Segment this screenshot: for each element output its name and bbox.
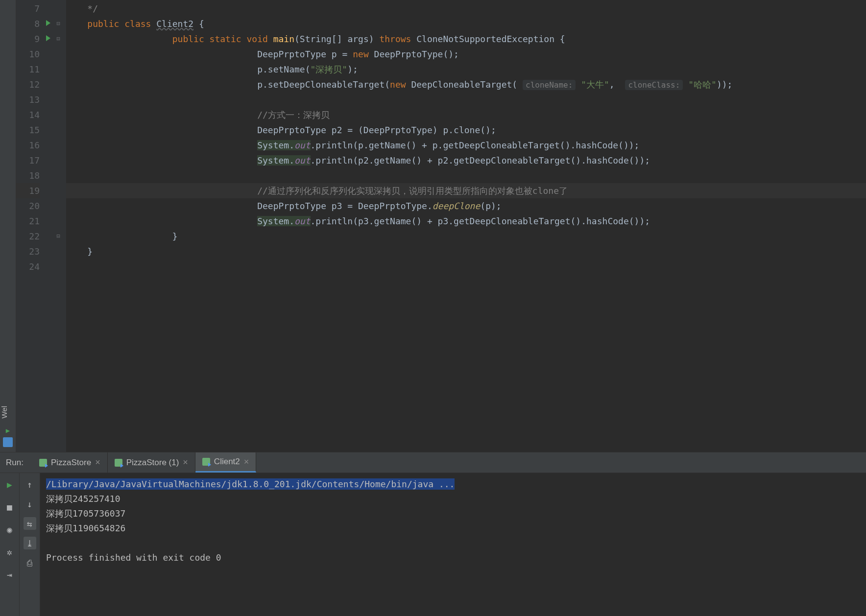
fold-marker[interactable] <box>50 77 66 92</box>
line-number[interactable]: 15 <box>16 122 40 138</box>
run-tab[interactable]: PizzaStore× <box>32 452 108 473</box>
run-label: Run: <box>0 458 32 468</box>
console-line: 深拷贝1190654826 <box>46 521 860 536</box>
soft-wrap-icon[interactable]: ⇆ <box>24 517 36 530</box>
console-output[interactable]: /Library/Java/JavaVirtualMachines/jdk1.8… <box>40 473 866 616</box>
fold-marker[interactable] <box>50 107 66 122</box>
line-number[interactable]: 14 <box>16 107 40 122</box>
code-line[interactable]: System.out.println(p.getName() + p.getDe… <box>66 138 866 153</box>
code-line[interactable]: p.setDeepCloneableTarget(new DeepCloneab… <box>66 77 866 92</box>
code-line[interactable]: System.out.println(p2.getName() + p2.get… <box>66 153 866 168</box>
fold-marker[interactable] <box>50 138 66 153</box>
editor-area: Wel ▶ 789101112131415161718192021222324 … <box>0 0 866 452</box>
code-line[interactable] <box>66 92 866 107</box>
run-config-icon <box>115 459 122 467</box>
stop-icon[interactable]: ■ <box>3 500 16 513</box>
console-line: 深拷贝245257410 <box>46 492 860 506</box>
fold-marker[interactable] <box>50 198 66 213</box>
code-line[interactable] <box>66 259 866 274</box>
sidebar-label[interactable]: Wel <box>0 403 16 422</box>
code-line[interactable]: DeepPrptoType p3 = DeepPrptoType.deepClo… <box>66 198 866 213</box>
fold-marker[interactable] <box>50 62 66 77</box>
run-config-icon <box>202 458 210 466</box>
close-icon[interactable]: × <box>95 457 100 468</box>
line-number[interactable]: 16 <box>16 138 40 153</box>
run-config-icon <box>39 459 47 467</box>
code-line[interactable]: */ <box>66 1 866 16</box>
run-tab[interactable]: PizzaStore (1)× <box>108 452 195 473</box>
line-number[interactable]: 8 <box>16 16 40 31</box>
line-number[interactable]: 11 <box>16 62 40 77</box>
bug-icon[interactable]: ✲ <box>3 545 16 558</box>
code-line[interactable]: System.out.println(p3.getName() + p3.get… <box>66 213 866 229</box>
rerun-icon[interactable]: ▶ <box>3 478 16 491</box>
line-number[interactable]: 22 <box>16 229 40 244</box>
fold-marker[interactable] <box>50 122 66 138</box>
line-number[interactable]: 9 <box>16 31 40 47</box>
print-icon[interactable]: ⎙ <box>24 556 36 569</box>
run-toolbar-col1: ▶ ■ ◉ ✲ ⇥ <box>0 473 20 616</box>
structure-icon[interactable] <box>3 437 13 447</box>
run-gutter-icon[interactable] <box>46 35 50 41</box>
fold-marker[interactable] <box>50 153 66 168</box>
arrow-up-icon[interactable]: ↑ <box>24 478 36 491</box>
close-icon[interactable]: × <box>244 457 249 467</box>
fold-marker[interactable] <box>50 244 66 259</box>
line-number[interactable]: 24 <box>16 259 40 274</box>
line-number[interactable]: 10 <box>16 47 40 62</box>
console-line <box>46 536 860 550</box>
fold-marker[interactable] <box>50 1 66 16</box>
scroll-to-end-icon[interactable]: ⤓ <box>24 537 36 549</box>
code-line[interactable]: //通过序列化和反序列化实现深拷贝，说明引用类型所指向的对象也被clone了 <box>66 183 866 198</box>
line-number[interactable]: 12 <box>16 77 40 92</box>
fold-marker[interactable] <box>50 168 66 183</box>
line-number-gutter[interactable]: 789101112131415161718192021222324 <box>16 0 50 452</box>
line-number[interactable]: 20 <box>16 198 40 213</box>
camera-icon[interactable]: ◉ <box>3 523 16 536</box>
line-number[interactable]: 18 <box>16 168 40 183</box>
console-line: 深拷贝1705736037 <box>46 506 860 521</box>
line-number[interactable]: 7 <box>16 1 40 16</box>
code-editor[interactable]: */ public class Client2 { public static … <box>66 0 866 452</box>
code-line[interactable]: //方式一：深拷贝 <box>66 107 866 122</box>
arrow-down-icon[interactable]: ↓ <box>24 498 36 510</box>
code-line[interactable] <box>66 168 866 183</box>
code-line[interactable]: DeepPrptoType p2 = (DeepPrptoType) p.clo… <box>66 122 866 138</box>
line-number[interactable]: 23 <box>16 244 40 259</box>
code-line[interactable]: public static void main(String[] args) t… <box>66 31 866 47</box>
line-number[interactable]: 13 <box>16 92 40 107</box>
fold-marker[interactable] <box>50 183 66 198</box>
code-line[interactable]: } <box>66 244 866 259</box>
fold-column[interactable]: ⊟⊟⊟ <box>50 0 66 452</box>
fold-marker[interactable] <box>50 259 66 274</box>
run-tab[interactable]: Client2× <box>195 452 256 473</box>
line-number[interactable]: 21 <box>16 213 40 229</box>
code-line[interactable]: DeepPrptoType p = new DeepPrptoType(); <box>66 47 866 62</box>
run-panel: Run: PizzaStore×PizzaStore (1)×Client2× … <box>0 452 866 616</box>
run-gutter-icon[interactable] <box>46 20 50 26</box>
run-tab-label: PizzaStore (1) <box>126 458 179 468</box>
fold-marker[interactable] <box>50 92 66 107</box>
line-number[interactable]: 17 <box>16 153 40 168</box>
fold-marker[interactable]: ⊟ <box>50 31 66 47</box>
run-tab-label: PizzaStore <box>51 458 91 468</box>
run-toolbar-col2: ↑ ↓ ⇆ ⤓ ⎙ <box>20 473 40 616</box>
run-tab-label: Client2 <box>214 457 240 467</box>
fold-marker[interactable]: ⊟ <box>50 16 66 31</box>
console-line: Process finished with exit code 0 <box>46 550 860 565</box>
run-tab-bar: Run: PizzaStore×PizzaStore (1)×Client2× <box>0 452 866 473</box>
code-line[interactable]: } <box>66 229 866 244</box>
play-icon[interactable]: ▶ <box>6 426 10 434</box>
fold-marker[interactable]: ⊟ <box>50 229 66 244</box>
fold-marker[interactable] <box>50 213 66 229</box>
left-tool-sidebar: Wel ▶ <box>0 0 16 452</box>
fold-marker[interactable] <box>50 47 66 62</box>
close-icon[interactable]: × <box>183 457 188 468</box>
code-line[interactable]: public class Client2 { <box>66 16 866 31</box>
line-number[interactable]: 19 <box>16 183 40 198</box>
console-line: /Library/Java/JavaVirtualMachines/jdk1.8… <box>46 477 860 492</box>
exit-icon[interactable]: ⇥ <box>3 568 16 581</box>
code-line[interactable]: p.setName("深拷贝"); <box>66 62 866 77</box>
